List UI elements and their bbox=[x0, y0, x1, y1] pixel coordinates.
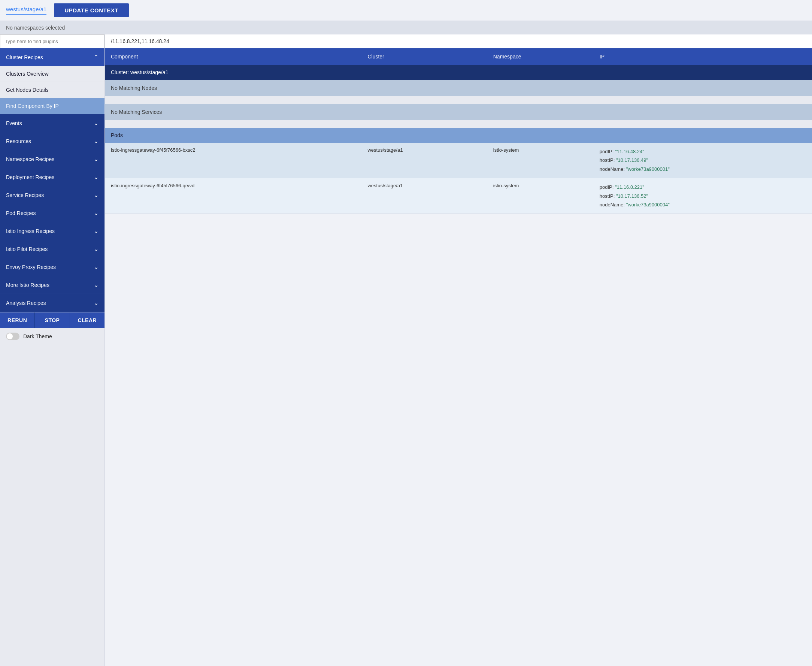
sidebar-footer: RERUN STOP CLEAR bbox=[0, 312, 104, 328]
cluster-recipes-label: Cluster Recipes bbox=[6, 54, 43, 60]
spacer-row-1 bbox=[105, 96, 812, 104]
spacer-row-2 bbox=[105, 120, 812, 128]
chevron-up-icon: ⌃ bbox=[94, 54, 99, 61]
section-label: Istio Ingress Recipes bbox=[6, 228, 55, 234]
section-label: Istio Pilot Recipes bbox=[6, 246, 48, 252]
chevron-down-icon: ⌄ bbox=[94, 119, 99, 127]
pod-ip-block: podIP: "11.16.8.221" hostIP: "10.17.136.… bbox=[594, 178, 812, 214]
col-ip: IP bbox=[594, 48, 812, 65]
col-component: Component bbox=[105, 48, 361, 65]
clear-button[interactable]: CLEAR bbox=[70, 312, 104, 328]
stop-button[interactable]: STOP bbox=[35, 312, 70, 328]
cluster-section-row: Cluster: westus/stage/a1 bbox=[105, 65, 812, 80]
search-input[interactable] bbox=[0, 35, 104, 48]
active-tab[interactable]: westus/stage/a1 bbox=[6, 6, 46, 15]
chevron-down-icon: ⌄ bbox=[94, 263, 99, 270]
sidebar: Cluster Recipes ⌃ Clusters Overview Get … bbox=[0, 35, 105, 666]
namespace-bar: No namespaces selected bbox=[0, 21, 812, 35]
section-label: Deployment Recipes bbox=[6, 174, 54, 180]
col-cluster: Cluster bbox=[361, 48, 487, 65]
collapsible-sections: Events⌄Resources⌄Namespace Recipes⌄Deplo… bbox=[0, 114, 104, 312]
ip-search-bar: /11.16.8.221,11.16.48.24 bbox=[105, 35, 812, 48]
pod-row: istio-ingressgateway-6f45f76566-bxsc2 we… bbox=[105, 143, 812, 178]
pod-ip-block: podIP: "11.16.48.24" hostIP: "10.17.136.… bbox=[594, 143, 812, 178]
chevron-down-icon: ⌄ bbox=[94, 191, 99, 198]
namespace-text: No namespaces selected bbox=[6, 25, 65, 31]
section-label: Pod Recipes bbox=[6, 210, 36, 216]
section-label: Analysis Recipes bbox=[6, 300, 46, 306]
collapsible-section-more-istio-recipes[interactable]: More Istio Recipes⌄ bbox=[0, 276, 104, 294]
section-label: Resources bbox=[6, 138, 31, 144]
chevron-down-icon: ⌄ bbox=[94, 155, 99, 163]
collapsible-section-analysis-recipes[interactable]: Analysis Recipes⌄ bbox=[0, 294, 104, 312]
pod-component: istio-ingressgateway-6f45f76566-qrvvd bbox=[105, 178, 361, 214]
collapsible-section-pod-recipes[interactable]: Pod Recipes⌄ bbox=[0, 204, 104, 222]
chevron-down-icon: ⌄ bbox=[94, 299, 99, 307]
pod-cluster: westus/stage/a1 bbox=[361, 178, 487, 214]
no-matching-nodes-text: No Matching Nodes bbox=[105, 80, 812, 96]
collapsible-section-events[interactable]: Events⌄ bbox=[0, 114, 104, 132]
dark-theme-toggle[interactable] bbox=[6, 333, 20, 340]
section-label: More Istio Recipes bbox=[6, 282, 49, 288]
pods-header-row: Pods bbox=[105, 128, 812, 143]
table-body: Cluster: westus/stage/a1 No Matching Nod… bbox=[105, 65, 812, 214]
ip-search-value: /11.16.8.221,11.16.48.24 bbox=[111, 38, 169, 44]
sidebar-item-clusters-overview[interactable]: Clusters Overview bbox=[0, 66, 104, 82]
collapsible-section-deployment-recipes[interactable]: Deployment Recipes⌄ bbox=[0, 168, 104, 186]
section-label: Service Recipes bbox=[6, 192, 44, 198]
rerun-button[interactable]: RERUN bbox=[0, 312, 35, 328]
no-matching-services-text: No Matching Services bbox=[105, 104, 812, 120]
results-wrapper: Component Cluster Namespace IP Cluster: … bbox=[105, 48, 812, 214]
main-layout: Cluster Recipes ⌃ Clusters Overview Get … bbox=[0, 35, 812, 666]
app-container: westus/stage/a1 UPDATE CONTEXT No namesp… bbox=[0, 0, 812, 666]
section-label: Envoy Proxy Recipes bbox=[6, 264, 56, 270]
dark-theme-label: Dark Theme bbox=[23, 333, 52, 340]
header: westus/stage/a1 UPDATE CONTEXT bbox=[0, 0, 812, 21]
col-namespace: Namespace bbox=[487, 48, 594, 65]
pod-namespace: istio-system bbox=[487, 143, 594, 178]
chevron-down-icon: ⌄ bbox=[94, 246, 99, 252]
collapsible-section-service-recipes[interactable]: Service Recipes⌄ bbox=[0, 186, 104, 204]
sidebar-item-get-nodes-details[interactable]: Get Nodes Details bbox=[0, 82, 104, 98]
table-header-row: Component Cluster Namespace IP bbox=[105, 48, 812, 65]
no-matching-nodes-row: No Matching Nodes bbox=[105, 80, 812, 96]
cluster-label: Cluster: westus/stage/a1 bbox=[105, 65, 812, 80]
collapsible-section-istio-pilot-recipes[interactable]: Istio Pilot Recipes⌄ bbox=[0, 240, 104, 258]
pod-row: istio-ingressgateway-6f45f76566-qrvvd we… bbox=[105, 178, 812, 214]
sidebar-item-find-component-by-ip[interactable]: Find Component By IP bbox=[0, 98, 104, 114]
section-label: Events bbox=[6, 120, 22, 126]
collapsible-section-resources[interactable]: Resources⌄ bbox=[0, 132, 104, 150]
pod-cluster: westus/stage/a1 bbox=[361, 143, 487, 178]
chevron-down-icon: ⌄ bbox=[94, 173, 99, 181]
chevron-down-icon: ⌄ bbox=[94, 137, 99, 145]
pod-component: istio-ingressgateway-6f45f76566-bxsc2 bbox=[105, 143, 361, 178]
section-label: Namespace Recipes bbox=[6, 156, 54, 162]
pod-namespace: istio-system bbox=[487, 178, 594, 214]
results-table: Component Cluster Namespace IP Cluster: … bbox=[105, 48, 812, 214]
content-area: /11.16.8.221,11.16.48.24 Component Clust… bbox=[105, 35, 812, 666]
chevron-down-icon: ⌄ bbox=[94, 227, 99, 234]
collapsible-section-envoy-proxy-recipes[interactable]: Envoy Proxy Recipes⌄ bbox=[0, 258, 104, 276]
collapsible-section-namespace-recipes[interactable]: Namespace Recipes⌄ bbox=[0, 150, 104, 168]
collapsible-section-istio-ingress-recipes[interactable]: Istio Ingress Recipes⌄ bbox=[0, 222, 104, 240]
cluster-recipes-header[interactable]: Cluster Recipes ⌃ bbox=[0, 48, 104, 66]
dark-theme-row: Dark Theme bbox=[0, 328, 104, 345]
chevron-down-icon: ⌄ bbox=[94, 281, 99, 288]
chevron-down-icon: ⌄ bbox=[94, 209, 99, 216]
no-matching-services-row: No Matching Services bbox=[105, 104, 812, 120]
update-context-button[interactable]: UPDATE CONTEXT bbox=[54, 3, 128, 17]
pods-label: Pods bbox=[105, 128, 812, 143]
